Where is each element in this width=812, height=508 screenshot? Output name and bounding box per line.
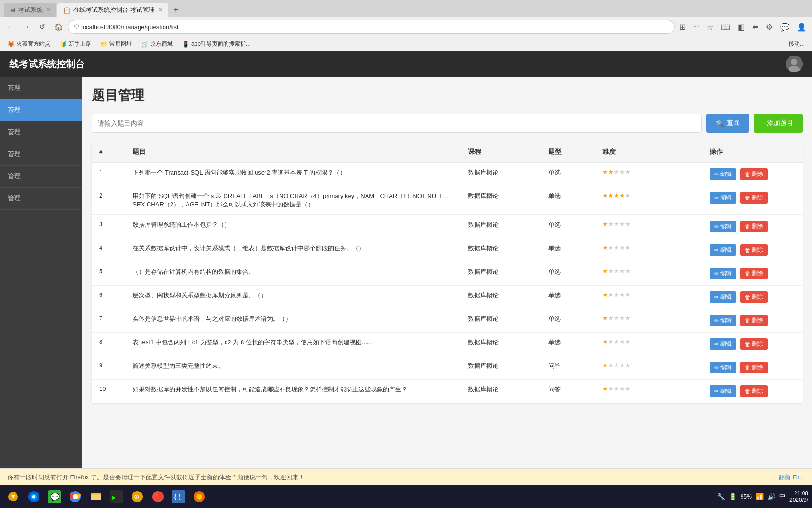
search-bar: 🔍 查询 +添加题目 (92, 114, 803, 133)
edit-button[interactable]: ✏ 编辑 (710, 291, 736, 303)
delete-button[interactable]: 🗑 删除 (740, 192, 768, 204)
delete-icon: 🗑 (745, 341, 750, 348)
edit-button[interactable]: ✏ 编辑 (710, 268, 736, 279)
tab-2-close[interactable]: ✕ (158, 7, 163, 13)
cell-course: 数据库概论 (461, 162, 541, 186)
bookmark-common[interactable]: 📁 常用网址 (97, 39, 136, 49)
delete-button[interactable]: 🗑 删除 (740, 385, 768, 397)
delete-button[interactable]: 🗑 删除 (740, 291, 768, 303)
back-nav-icon[interactable]: ⬅ (750, 21, 760, 33)
page-title: 题目管理 (92, 87, 803, 104)
cell-num: 5 (92, 262, 125, 286)
bookmark-app[interactable]: 📱 app引导页面的搜索指... (179, 39, 254, 49)
files-taskbar-icon[interactable] (86, 487, 105, 506)
grid-icon[interactable]: ⊞ (678, 21, 687, 33)
sidebar-item-5[interactable]: 管理 (0, 166, 82, 188)
chat-icon[interactable]: 💬 (778, 21, 791, 33)
delete-label: 删除 (752, 364, 763, 372)
sidebar-item-1[interactable]: 管理 (0, 77, 82, 99)
battery-level: 95% (741, 493, 752, 500)
user-avatar[interactable] (786, 56, 803, 72)
red-taskbar-icon[interactable]: 🔴 (148, 487, 167, 506)
bookmark-jd-icon: 🛒 (141, 41, 148, 48)
cell-course: 数据库概论 (461, 215, 541, 238)
delete-label: 删除 (752, 222, 763, 230)
new-tab-button[interactable]: + (169, 3, 182, 16)
sidebar-item-2[interactable]: 管理 (0, 99, 82, 121)
svg-text:⊕: ⊕ (134, 493, 140, 500)
delete-label: 删除 (752, 340, 763, 348)
bookmark-mobile[interactable]: 移动... (785, 39, 808, 49)
edit-button[interactable]: ✏ 编辑 (710, 315, 736, 326)
dev-taskbar-icon[interactable]: { } (169, 487, 188, 506)
tab-1[interactable]: 🖥 考试系统 ✕ (4, 3, 56, 17)
bookmark-newbie[interactable]: 🔰 新手上路 (56, 39, 95, 49)
cell-difficulty: ★★★★★ (595, 333, 702, 356)
edit-button[interactable]: ✏ 编辑 (710, 192, 736, 204)
edit-label: 编辑 (720, 387, 732, 395)
sidebar-item-4[interactable]: 管理 (0, 143, 82, 166)
delete-label: 删除 (752, 270, 763, 278)
cell-difficulty: ★★★★★ (595, 162, 702, 186)
back-button[interactable]: ← (4, 20, 17, 33)
edit-button[interactable]: ✏ 编辑 (710, 221, 736, 232)
edit-button[interactable]: ✏ 编辑 (710, 338, 736, 350)
add-question-button[interactable]: +添加题目 (754, 114, 803, 133)
delete-button[interactable]: 🗑 删除 (740, 168, 768, 180)
bookmark-jd[interactable]: 🛒 京东商城 (138, 39, 177, 49)
delete-button[interactable]: 🗑 删除 (740, 221, 768, 232)
weixin-taskbar-icon[interactable]: 💬 (45, 487, 64, 506)
reload-button[interactable]: ↺ (36, 20, 49, 33)
account-icon[interactable]: 👤 (795, 21, 808, 33)
delete-button[interactable]: 🗑 删除 (740, 268, 768, 279)
notification-action[interactable]: 翻新 Fir... (779, 473, 804, 482)
date: 2020/8/ (789, 497, 808, 503)
edit-button[interactable]: ✏ 编辑 (710, 385, 736, 397)
terminal-taskbar-icon[interactable]: ▶_ (107, 487, 126, 506)
start-button[interactable] (4, 487, 23, 506)
address-bar[interactable]: 🛡 localhost:8080/manage/question/list (68, 20, 675, 34)
svg-text:{ }: { } (174, 493, 181, 500)
home-button[interactable]: 🏠 (52, 20, 65, 33)
cell-actions: ✏ 编辑 🗑 删除 (702, 286, 803, 309)
settings-icon[interactable]: ⚙ (764, 21, 774, 33)
sidebar-toggle-icon[interactable]: ◧ (736, 21, 747, 33)
address-text: localhost:8080/manage/question/list (81, 24, 179, 31)
browser-taskbar-icon[interactable] (24, 487, 43, 506)
sidebar-item-6[interactable]: 管理 (0, 188, 82, 210)
question-table: # 题目 课程 题型 难度 操作 1 下列哪一个 Transact-SQL 语句… (92, 142, 803, 403)
delete-button[interactable]: 🗑 删除 (740, 244, 768, 256)
tab-2[interactable]: 📋 在线考试系统控制台-考试管理 ✕ (57, 3, 168, 17)
bookmark-firefox[interactable]: 🦊 火狐官方站点 (4, 39, 54, 49)
taskbar-settings-icon[interactable]: 🔧 (717, 493, 725, 500)
reader-icon[interactable]: 📖 (719, 21, 732, 33)
delete-icon: 🗑 (745, 171, 750, 178)
edit-button[interactable]: ✏ 编辑 (710, 168, 736, 180)
search-button[interactable]: 🔍 查询 (706, 114, 749, 133)
table-body: 1 下列哪一个 Transact-SQL 语句能够实现收回 user2 查询基本… (92, 162, 803, 403)
search-input[interactable] (92, 114, 702, 133)
chrome-taskbar-icon[interactable] (66, 487, 85, 506)
cell-difficulty: ★★★★★ (595, 262, 702, 286)
tab-1-close[interactable]: ✕ (47, 7, 51, 13)
cell-num: 2 (92, 186, 125, 215)
delete-button[interactable]: 🗑 删除 (740, 338, 768, 350)
edit-icon: ✏ (714, 270, 719, 277)
delete-button[interactable]: 🗑 删除 (740, 315, 768, 326)
cell-question: （）是存储在计算机内有结构的数据的集合。 (125, 262, 461, 286)
edit-icon: ✏ (714, 294, 719, 301)
forward-button[interactable]: → (20, 20, 33, 33)
delete-button[interactable]: 🗑 删除 (740, 362, 768, 373)
cell-course: 数据库概论 (461, 309, 541, 333)
bookmark-icon[interactable]: ☆ (705, 21, 715, 33)
orange-taskbar-icon[interactable]: ⊕ (128, 487, 147, 506)
cell-question: 层次型、网状型和关系型数据库划分原则是。（） (125, 286, 461, 309)
svg-text:▶_: ▶_ (112, 493, 120, 501)
firefox-taskbar-icon[interactable] (190, 487, 209, 506)
more-icon[interactable]: ··· (691, 21, 701, 33)
delete-icon: 🗑 (745, 195, 750, 201)
edit-button[interactable]: ✏ 编辑 (710, 244, 736, 256)
sidebar-item-3[interactable]: 管理 (0, 121, 82, 143)
cell-course: 数据库概论 (461, 333, 541, 356)
edit-button[interactable]: ✏ 编辑 (710, 362, 736, 373)
